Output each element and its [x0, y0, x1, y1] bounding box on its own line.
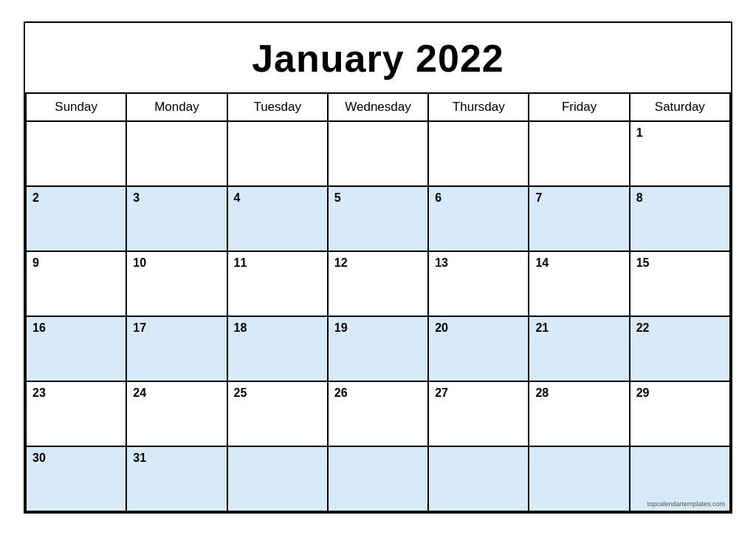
day-cell [27, 122, 127, 187]
day-number: 5 [334, 191, 422, 205]
day-number: 8 [636, 191, 724, 205]
day-cell: 31 [127, 447, 227, 512]
day-cell: 4 [228, 187, 329, 252]
day-cell: 8 [630, 187, 731, 252]
day-header: Thursday [429, 94, 529, 122]
day-cell: 21 [529, 317, 630, 382]
watermark: topcalendartemplates.com [647, 500, 725, 508]
day-cell: 24 [127, 382, 227, 447]
day-number: 4 [234, 191, 321, 205]
day-cell: 13 [429, 252, 529, 317]
day-cell: 2 [27, 187, 127, 252]
day-cell [529, 122, 630, 187]
day-cell: 9 [27, 252, 127, 317]
day-cell: 5 [329, 187, 429, 252]
day-cell: 20 [429, 317, 529, 382]
day-cell: 30 [27, 447, 127, 512]
day-number: 27 [435, 386, 522, 400]
day-number: 19 [334, 321, 422, 335]
day-number: 23 [32, 386, 120, 400]
day-number: 16 [32, 321, 120, 335]
day-cell [529, 447, 630, 512]
day-cell [329, 447, 429, 512]
calendar-title: January 2022 [25, 23, 731, 94]
day-number: 11 [234, 256, 321, 270]
day-cell: 6 [429, 187, 529, 252]
day-number: 10 [133, 256, 220, 270]
calendar-grid: SundayMondayTuesdayWednesdayThursdayFrid… [25, 94, 731, 512]
day-header: Sunday [27, 94, 127, 122]
day-number: 15 [636, 256, 724, 270]
day-number: 3 [133, 191, 220, 205]
day-number: 14 [535, 256, 622, 270]
day-cell: 11 [228, 252, 329, 317]
day-number: 26 [334, 386, 422, 400]
day-cell: 15 [630, 252, 731, 317]
day-cell: 22 [630, 317, 731, 382]
day-number: 13 [435, 256, 522, 270]
day-cell: 19 [329, 317, 429, 382]
day-number: 1 [636, 126, 724, 140]
day-header: Monday [127, 94, 227, 122]
day-cell [228, 122, 329, 187]
day-number: 20 [435, 321, 522, 335]
day-number: 6 [435, 191, 522, 205]
day-cell [429, 447, 529, 512]
day-number: 9 [32, 256, 120, 270]
day-cell: 12 [329, 252, 429, 317]
day-number: 22 [636, 321, 724, 335]
day-cell: topcalendartemplates.com [630, 447, 731, 512]
day-cell [329, 122, 429, 187]
day-header: Friday [529, 94, 630, 122]
day-header: Wednesday [329, 94, 429, 122]
day-cell: 27 [429, 382, 529, 447]
calendar: January 2022 SundayMondayTuesdayWednesda… [24, 21, 732, 514]
day-cell: 1 [630, 122, 731, 187]
day-cell: 25 [228, 382, 329, 447]
day-cell: 3 [127, 187, 227, 252]
day-cell: 26 [329, 382, 429, 447]
day-cell: 28 [529, 382, 630, 447]
day-number: 28 [535, 386, 622, 400]
day-cell: 29 [630, 382, 731, 447]
day-number: 12 [334, 256, 422, 270]
day-number: 24 [133, 386, 220, 400]
day-number: 31 [133, 451, 220, 465]
day-number: 29 [636, 386, 724, 400]
day-cell: 17 [127, 317, 227, 382]
day-cell [429, 122, 529, 187]
day-cell: 16 [27, 317, 127, 382]
day-number: 18 [234, 321, 321, 335]
day-number: 30 [32, 451, 120, 465]
day-number: 7 [535, 191, 622, 205]
day-header: Saturday [630, 94, 731, 122]
day-number: 25 [234, 386, 321, 400]
day-number: 21 [535, 321, 622, 335]
day-cell: 10 [127, 252, 227, 317]
day-number: 2 [32, 191, 120, 205]
day-number: 17 [133, 321, 220, 335]
day-header: Tuesday [228, 94, 329, 122]
day-cell: 7 [529, 187, 630, 252]
day-cell [228, 447, 329, 512]
day-cell [127, 122, 227, 187]
day-cell: 18 [228, 317, 329, 382]
day-cell: 14 [529, 252, 630, 317]
day-cell: 23 [27, 382, 127, 447]
